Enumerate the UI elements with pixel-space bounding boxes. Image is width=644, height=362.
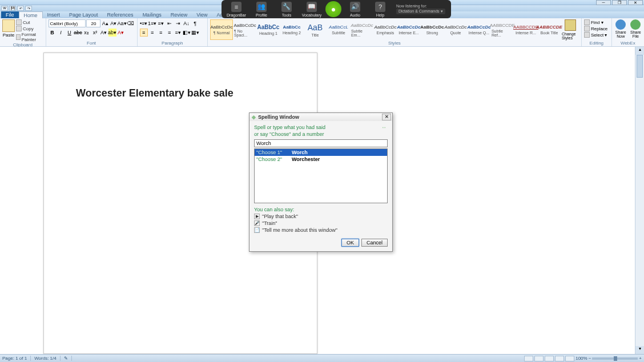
- cut-button[interactable]: Cut: [16, 19, 43, 25]
- zoom-thumb[interactable]: [614, 356, 617, 361]
- grow-font[interactable]: A▴: [101, 19, 109, 27]
- tab-insert[interactable]: Insert: [43, 11, 65, 18]
- format-painter-button[interactable]: Format Painter: [16, 32, 43, 42]
- style-book-title[interactable]: AABBCCDEBook Title: [538, 19, 561, 40]
- style-intense-e---[interactable]: AaBbCcDcIntense E...: [397, 19, 420, 40]
- align-left[interactable]: ≡: [140, 29, 148, 37]
- numbering-button[interactable]: 1≡▾: [148, 19, 156, 27]
- subscript-button[interactable]: x₂: [83, 29, 91, 37]
- style-title[interactable]: AaBTitle: [304, 19, 327, 40]
- status-spell-icon[interactable]: ✎: [64, 356, 72, 361]
- shrink-font[interactable]: A▾: [110, 19, 118, 27]
- style-subtle-em---[interactable]: AaBbCcDcSubtle Em...: [351, 19, 373, 40]
- webex-share-file[interactable]: Share File: [630, 19, 642, 38]
- spelling-input[interactable]: [254, 139, 388, 147]
- italic-button[interactable]: I: [57, 29, 65, 37]
- style-heading-2[interactable]: AaBbCcHeading 2: [280, 19, 303, 40]
- tab-view[interactable]: View: [192, 11, 212, 18]
- scroll-up[interactable]: ▴: [635, 47, 644, 55]
- superscript-button[interactable]: x²: [91, 29, 99, 37]
- increase-indent[interactable]: ⇥: [174, 19, 182, 27]
- view-web-layout[interactable]: [545, 356, 554, 361]
- scroll-down[interactable]: ▾: [635, 346, 644, 354]
- qat-redo[interactable]: ↷: [25, 6, 32, 11]
- align-right[interactable]: ≡: [157, 29, 165, 37]
- show-marks-button[interactable]: ¶: [191, 19, 199, 27]
- suggestion-row[interactable]: "Choose 1"Worch: [255, 149, 387, 156]
- sort-button[interactable]: A↓: [183, 19, 191, 27]
- style---normal[interactable]: AaBbCcDc¶ Normal: [210, 19, 233, 40]
- window-maximize[interactable]: ❐: [612, 0, 627, 5]
- zoom-out[interactable]: −: [589, 356, 591, 361]
- tab-file[interactable]: File: [1, 11, 19, 18]
- font-size-select[interactable]: 20: [86, 19, 100, 27]
- view-outline[interactable]: [555, 356, 564, 361]
- zoom-label[interactable]: 100%: [575, 356, 587, 361]
- dragon-dragonbar[interactable]: ≡DragonBar: [225, 2, 248, 17]
- window-close[interactable]: ✕: [628, 0, 643, 5]
- status-page[interactable]: Page: 1 of 1: [2, 356, 31, 361]
- style---no-spaci---[interactable]: AaBbCcDc¶ No Spaci...: [234, 19, 256, 40]
- style-emphasis[interactable]: AaBbCcDcEmphasis: [374, 19, 397, 40]
- zoom-in[interactable]: +: [639, 356, 642, 361]
- highlight-button[interactable]: ab▾: [108, 29, 116, 37]
- tab-references[interactable]: References: [103, 11, 138, 18]
- line-spacing[interactable]: ≡▾: [174, 29, 182, 37]
- window-minimize[interactable]: ─: [596, 0, 611, 5]
- tab-page-layout[interactable]: Page Layout: [65, 11, 103, 18]
- dragon-vocabulary[interactable]: 📖Vocabulary: [300, 2, 323, 17]
- replace-button[interactable]: Replace: [584, 26, 609, 31]
- style-subtle-ref---[interactable]: AABBCCDESubtle Ref...: [491, 19, 514, 40]
- ok-button[interactable]: OK: [341, 239, 359, 247]
- app-icon[interactable]: W: [1, 6, 8, 11]
- zoom-slider[interactable]: [592, 357, 638, 360]
- dragon-microphone[interactable]: ●: [325, 1, 341, 17]
- change-styles-button[interactable]: Change Styles: [562, 19, 579, 41]
- copy-button[interactable]: Copy: [16, 26, 43, 31]
- style-heading-1[interactable]: AaBbCcHeading 1: [257, 19, 280, 40]
- dialog-close-button[interactable]: ✕: [382, 114, 391, 120]
- style-subtitle[interactable]: AaBbCcLSubtitle: [327, 19, 350, 40]
- dragon-tools[interactable]: 🔧Tools: [275, 2, 298, 17]
- dragon-profile[interactable]: 👥Profile: [250, 2, 273, 17]
- bold-button[interactable]: B: [49, 29, 57, 37]
- document-heading-text[interactable]: Worcester Elementary bake sale: [76, 87, 285, 99]
- tab-review[interactable]: Review: [166, 11, 192, 18]
- shading-button[interactable]: ◧▾: [183, 29, 191, 37]
- style-quote[interactable]: AaBbCcDcQuote: [444, 19, 467, 40]
- vertical-scrollbar[interactable]: ▴ ▾: [635, 47, 644, 354]
- style-intense-q---[interactable]: AaBbCcDcIntense Q...: [468, 19, 490, 40]
- decrease-indent[interactable]: ⇤: [166, 19, 174, 27]
- qat-undo[interactable]: ↶: [17, 6, 24, 11]
- scroll-thumb[interactable]: [637, 55, 643, 78]
- dialog-titlebar[interactable]: ◆ Spelling Window ✕: [249, 113, 392, 121]
- underline-button[interactable]: U: [66, 29, 74, 37]
- dragon-audio[interactable]: 🔊Audio: [344, 2, 367, 17]
- font-name-select[interactable]: Calibri (Body): [49, 19, 86, 27]
- webex-share-now[interactable]: Share Now: [614, 19, 627, 38]
- view-full-screen[interactable]: [534, 356, 544, 361]
- align-center[interactable]: ≡: [148, 29, 156, 37]
- paste-button[interactable]: Paste: [2, 19, 15, 42]
- view-print-layout[interactable]: [524, 356, 533, 361]
- select-button[interactable]: Select ▾: [584, 32, 609, 38]
- find-button[interactable]: Find ▾: [584, 19, 609, 25]
- style-intense-r---[interactable]: AABBCCDEIntense R...: [514, 19, 537, 40]
- strikethrough-button[interactable]: abc: [74, 29, 82, 37]
- dragon-help[interactable]: ?Help: [369, 2, 392, 17]
- cancel-button[interactable]: Cancel: [361, 239, 388, 247]
- text-effects-button[interactable]: A▾: [100, 29, 108, 37]
- view-draft[interactable]: [565, 356, 574, 361]
- clear-format[interactable]: ⌫: [127, 19, 135, 27]
- bullets-button[interactable]: •≡▾: [140, 19, 148, 27]
- dragon-mode-dropdown[interactable]: Dictation & Commands ▾: [396, 9, 445, 14]
- status-words[interactable]: Words: 1/4: [34, 356, 61, 361]
- tab-mailings[interactable]: Mailings: [138, 11, 166, 18]
- dialog-drag-icon[interactable]: ↔: [381, 124, 387, 131]
- change-case[interactable]: Aa▾: [118, 19, 126, 27]
- suggestion-row[interactable]: "Choose 2"Worchester: [255, 156, 387, 163]
- tab-home[interactable]: Home: [19, 11, 43, 18]
- style-strong[interactable]: AaBbCcDcStrong: [421, 19, 444, 40]
- font-color-button[interactable]: A▾: [117, 29, 125, 37]
- multilevel-button[interactable]: ≡▾: [157, 19, 165, 27]
